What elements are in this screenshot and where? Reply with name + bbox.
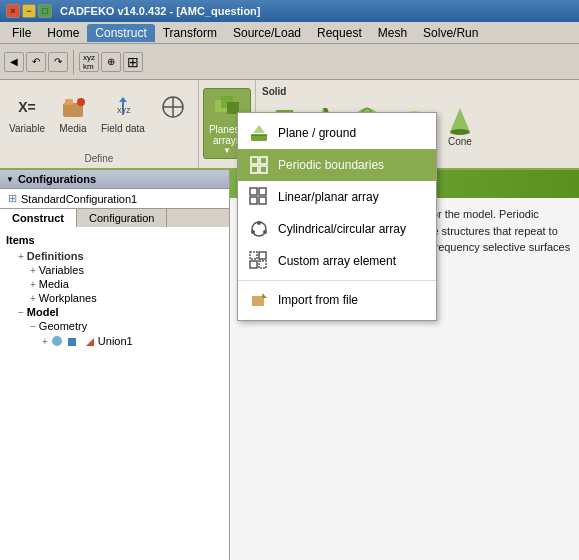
svg-rect-44 [259,252,266,259]
cone-button[interactable]: Cone [439,101,481,150]
workplanes-toggle[interactable]: + [30,293,36,304]
media-button[interactable]: Media [52,88,94,137]
media-item[interactable]: + Media [6,277,223,291]
svg-point-42 [251,230,255,234]
menu-bar: File Home Construct Transform Source/Loa… [0,22,579,44]
field-data-icon: XYZ [107,91,139,123]
svg-rect-37 [250,197,257,204]
close-button[interactable]: × [6,4,20,18]
define-group-label: Define [4,153,194,164]
tab-configuration[interactable]: Configuration [77,209,167,227]
definitions-toggle[interactable]: + [18,251,24,262]
custom-array-label: Custom array element [278,254,396,268]
union1-toggle[interactable]: + [42,336,48,347]
geometry-item[interactable]: − Geometry [6,319,223,333]
title-bar: × − □ CADFEKO v14.0.432 - [AMC_question] [0,0,579,22]
menu-mesh[interactable]: Mesh [370,24,415,42]
svg-marker-23 [450,108,470,132]
dropdown-item-linear-array[interactable]: Linear/planar array [238,181,436,213]
config-icon: ⊞ [8,192,17,205]
undo-button[interactable]: ↶ [26,52,46,72]
field-data-button[interactable]: XYZ Field data [96,88,150,137]
svg-rect-26 [68,338,76,346]
svg-point-41 [263,230,267,234]
linear-array-label: Linear/planar array [278,190,379,204]
toolbar-btn-3[interactable]: ⊕ [101,52,121,72]
cone-label: Cone [448,136,472,147]
dropdown-item-cylindrical-array[interactable]: Cylindrical/circular array [238,213,436,245]
model-toggle[interactable]: − [18,307,24,318]
dropdown-item-periodic[interactable]: Periodic boundaries [238,149,436,181]
plane-ground-label: Plane / ground [278,126,356,140]
svg-point-24 [450,129,470,135]
variable-button[interactable]: X= Variable [4,88,50,137]
menu-home[interactable]: Home [39,24,87,42]
config-collapse-arrow[interactable]: ▼ [6,175,14,184]
union1-cube-icon [66,334,80,348]
maximize-button[interactable]: □ [38,4,52,18]
toolbar: ◀ ↶ ↷ xyzkm ⊕ ⊞ [0,44,579,80]
geometry-toggle[interactable]: − [30,321,36,332]
menu-solverun[interactable]: Solve/Run [415,24,486,42]
menu-transform[interactable]: Transform [155,24,225,42]
minimize-button[interactable]: − [22,4,36,18]
workplanes-item[interactable]: + Workplanes [6,291,223,305]
config-item-standard[interactable]: ⊞ StandardConfiguration1 [0,189,229,208]
svg-text:XYZ: XYZ [117,107,131,114]
redo-button[interactable]: ↷ [48,52,68,72]
tree-panel: Items + Definitions + Variables + Media … [0,227,229,353]
svg-rect-38 [259,197,266,204]
svg-point-25 [52,336,62,346]
left-panel: ▼ Configurations ⊞ StandardConfiguration… [0,170,230,560]
periodic-icon [248,154,270,176]
svg-rect-33 [251,166,258,173]
dropdown-item-custom-array[interactable]: Custom array element [238,245,436,277]
geometry-label: Geometry [39,320,87,332]
cone-icon [444,104,476,136]
bottom-tabs: Construct Configuration [0,208,229,227]
dropdown-arrow: ▼ [223,146,231,155]
definitions-item[interactable]: + Definitions [6,249,223,263]
dropdown-item-plane-ground[interactable]: Plane / ground [238,117,436,149]
svg-rect-45 [250,261,257,268]
union1-item[interactable]: + Union1 [6,333,223,349]
variables-toggle[interactable]: + [30,265,36,276]
tab-construct[interactable]: Construct [0,209,77,227]
window-controls[interactable]: × − □ [6,4,52,18]
svg-rect-28 [251,135,267,141]
extra-icon [157,91,189,123]
extra-icon-button[interactable] [152,88,194,126]
svg-point-2 [77,98,85,106]
model-item[interactable]: − Model [6,305,223,319]
union1-label: Union1 [98,335,133,347]
menu-construct[interactable]: Construct [87,24,154,42]
svg-rect-46 [259,261,266,268]
definitions-icon: Definitions [27,250,84,262]
svg-marker-30 [253,125,265,133]
variable-label: Variable [9,123,45,134]
svg-rect-36 [259,188,266,195]
dropdown-item-import[interactable]: Import from file [238,284,436,316]
toolbar-divider [73,50,74,74]
svg-rect-35 [250,188,257,195]
menu-file[interactable]: File [4,24,39,42]
workplanes-label: Workplanes [39,292,97,304]
media-icon [57,91,89,123]
menu-sourceload[interactable]: Source/Load [225,24,309,42]
media-label: Media [39,278,69,290]
svg-rect-34 [260,166,267,173]
variables-label: Variables [39,264,84,276]
solid-label: Solid [258,84,481,99]
config-item-label: StandardConfiguration1 [21,193,137,205]
toolbar-btn-1[interactable]: ◀ [4,52,24,72]
configurations-label: Configurations [18,173,96,185]
variable-icon: X= [11,91,43,123]
custom-array-icon [248,250,270,272]
cylindrical-array-label: Cylindrical/circular array [278,222,406,236]
menu-request[interactable]: Request [309,24,370,42]
media-toggle[interactable]: + [30,279,36,290]
toolbar-btn-4[interactable]: ⊞ [123,52,143,72]
variables-item[interactable]: + Variables [6,263,223,277]
model-label: Model [27,306,59,318]
toolbar-btn-2[interactable]: xyzkm [79,52,99,72]
